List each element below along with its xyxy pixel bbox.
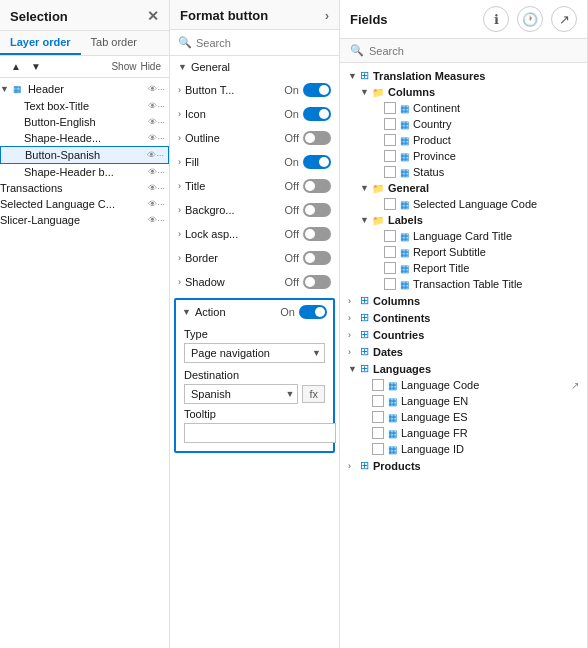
dots-icon-btn-en[interactable]: ··· <box>157 117 165 127</box>
selection-item-shape-header[interactable]: Shape-Heade... 👁 ··· <box>0 130 169 146</box>
format-row-shadow[interactable]: › Shadow Off <box>170 270 339 294</box>
move-up-button[interactable]: ▲ <box>8 60 24 73</box>
tree-item-labels-group[interactable]: ▼ 📁 Labels <box>340 212 587 228</box>
checkbox-lc[interactable] <box>372 379 384 391</box>
format-row-outline[interactable]: › Outline Off <box>170 126 339 150</box>
checkbox-country[interactable] <box>384 118 396 130</box>
eye-icon-btn-es[interactable]: 👁 <box>147 150 156 160</box>
checkbox-lfr[interactable] <box>372 427 384 439</box>
eye-icon-shape-b[interactable]: 👁 <box>148 167 157 177</box>
toggle-icon[interactable] <box>303 107 331 121</box>
destination-select[interactable]: Spanish English French <box>184 384 298 404</box>
tree-item-continents-group[interactable]: › ⊞ Continents <box>340 309 587 326</box>
eye-icon-lang[interactable]: 👁 <box>148 199 157 209</box>
format-row-icon[interactable]: › Icon On <box>170 102 339 126</box>
format-row-border[interactable]: › Border Off <box>170 246 339 270</box>
toggle-fill[interactable] <box>303 155 331 169</box>
tooltip-input[interactable] <box>184 423 336 443</box>
tree-item-country[interactable]: ▦ Country <box>340 116 587 132</box>
dots-icon-slicer[interactable]: ··· <box>157 215 165 225</box>
checkbox-slc[interactable] <box>384 198 396 210</box>
toggle-btn-t[interactable] <box>303 83 331 97</box>
toggle-border[interactable] <box>303 251 331 265</box>
tree-item-lang-es[interactable]: ▦ Language ES <box>340 409 587 425</box>
selection-item-selected-lang[interactable]: Selected Language C... 👁 ··· <box>0 196 169 212</box>
format-row-button-t[interactable]: › Button T... On <box>170 78 339 102</box>
selection-close-icon[interactable]: ✕ <box>147 8 159 24</box>
tree-item-lang-id[interactable]: ▦ Language ID <box>340 441 587 457</box>
tree-item-trans-table-title[interactable]: ▦ Transaction Table Title <box>340 276 587 292</box>
toggle-shadow[interactable] <box>303 275 331 289</box>
selection-item-slicer-lang[interactable]: Slicer-Language 👁 ··· <box>0 212 169 228</box>
tree-item-continent[interactable]: ▦ Continent <box>340 100 587 116</box>
selection-item-textbox-title[interactable]: Text box-Title 👁 ··· <box>0 98 169 114</box>
dots-icon-btn-es[interactable]: ··· <box>156 150 164 160</box>
eye-icon-header[interactable]: 👁 <box>148 84 157 94</box>
fields-search-input[interactable] <box>369 45 577 57</box>
tree-item-product[interactable]: ▦ Product <box>340 132 587 148</box>
selection-item-button-english[interactable]: Button-English 👁 ··· <box>0 114 169 130</box>
eye-icon-btn-en[interactable]: 👁 <box>148 117 157 127</box>
eye-icon-textbox[interactable]: 👁 <box>148 101 157 111</box>
tree-item-report-title[interactable]: ▦ Report Title <box>340 260 587 276</box>
tree-item-columns-group[interactable]: › ⊞ Columns <box>340 292 587 309</box>
toggle-lock-asp[interactable] <box>303 227 331 241</box>
selection-item-header[interactable]: ▼ ▦ Header 👁 ··· <box>0 80 169 98</box>
tree-item-lang-en[interactable]: ▦ Language EN <box>340 393 587 409</box>
eye-icon-shape[interactable]: 👁 <box>148 133 157 143</box>
format-row-general[interactable]: ▼ General <box>170 56 339 78</box>
checkbox-rs[interactable] <box>384 246 396 258</box>
clock-icon-button[interactable]: 🕐 <box>517 6 543 32</box>
checkbox-les[interactable] <box>372 411 384 423</box>
tree-item-languages-group[interactable]: ▼ ⊞ Languages <box>340 360 587 377</box>
dots-icon-shape-b[interactable]: ··· <box>157 167 165 177</box>
share-icon-button[interactable]: ↗ <box>551 6 577 32</box>
tree-item-lang-fr[interactable]: ▦ Language FR <box>340 425 587 441</box>
info-icon-button[interactable]: ℹ <box>483 6 509 32</box>
format-row-lock-asp[interactable]: › Lock asp... Off <box>170 222 339 246</box>
toggle-outline[interactable] <box>303 131 331 145</box>
eye-icon-slicer[interactable]: 👁 <box>148 215 157 225</box>
tree-item-lang-code[interactable]: ▦ Language Code ↗ <box>340 377 587 393</box>
tab-tab-order[interactable]: Tab order <box>81 31 147 55</box>
checkbox-rt[interactable] <box>384 262 396 274</box>
checkbox-lct[interactable] <box>384 230 396 242</box>
selection-item-button-spanish[interactable]: Button-Spanish 👁 ··· <box>0 146 169 164</box>
tree-item-province[interactable]: ▦ Province <box>340 148 587 164</box>
tree-item-lang-card-title[interactable]: ▦ Language Card Title <box>340 228 587 244</box>
move-down-button[interactable]: ▼ <box>28 60 44 73</box>
tree-item-report-subtitle[interactable]: ▦ Report Subtitle <box>340 244 587 260</box>
tree-item-columns[interactable]: ▼ 📁 Columns <box>340 84 587 100</box>
toggle-action[interactable] <box>299 305 327 319</box>
selection-item-transactions[interactable]: Transactions 👁 ··· <box>0 180 169 196</box>
checkbox-continent[interactable] <box>384 102 396 114</box>
format-row-fill[interactable]: › Fill On <box>170 150 339 174</box>
dots-icon-lang[interactable]: ··· <box>157 199 165 209</box>
toggle-title[interactable] <box>303 179 331 193</box>
tree-item-translation-measures[interactable]: ▼ ⊞ Translation Measures <box>340 67 587 84</box>
format-search-input[interactable] <box>196 37 334 49</box>
checkbox-ttt[interactable] <box>384 278 396 290</box>
checkbox-lid[interactable] <box>372 443 384 455</box>
destination-fx-button[interactable]: fx <box>302 385 325 403</box>
checkbox-province[interactable] <box>384 150 396 162</box>
format-row-backgro[interactable]: › Backgro... Off <box>170 198 339 222</box>
checkbox-product[interactable] <box>384 134 396 146</box>
checkbox-status[interactable] <box>384 166 396 178</box>
toggle-backgro[interactable] <box>303 203 331 217</box>
dots-icon-textbox[interactable]: ··· <box>157 101 165 111</box>
tab-layer-order[interactable]: Layer order <box>0 31 81 55</box>
type-select[interactable]: Page navigation Back Bookmark Q&A Web UR… <box>184 343 325 363</box>
format-row-title[interactable]: › Title Off <box>170 174 339 198</box>
dots-icon-shape[interactable]: ··· <box>157 133 165 143</box>
selection-item-shape-header-b[interactable]: Shape-Header b... 👁 ··· <box>0 164 169 180</box>
checkbox-len[interactable] <box>372 395 384 407</box>
tree-item-products-group[interactable]: › ⊞ Products <box>340 457 587 474</box>
action-header[interactable]: ▼ Action On <box>176 300 333 324</box>
tree-item-countries-group[interactable]: › ⊞ Countries <box>340 326 587 343</box>
tree-item-general-group[interactable]: ▼ 📁 General <box>340 180 587 196</box>
tree-item-status[interactable]: ▦ Status <box>340 164 587 180</box>
tree-item-dates-group[interactable]: › ⊞ Dates <box>340 343 587 360</box>
dots-icon-header[interactable]: ··· <box>157 84 165 94</box>
dots-icon-trans[interactable]: ··· <box>157 183 165 193</box>
